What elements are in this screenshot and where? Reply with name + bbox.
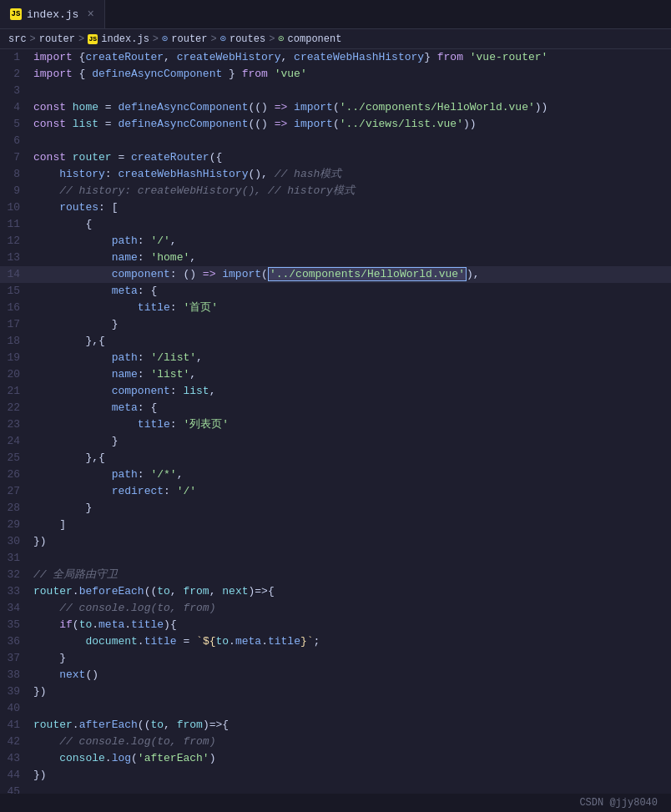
line-content-20: name: 'list', — [33, 366, 671, 383]
line-num-40: 40 — [0, 700, 33, 717]
line-num-34: 34 — [0, 600, 33, 617]
line-num-6: 6 — [0, 133, 33, 149]
breadcrumb-sep2: > — [78, 33, 84, 45]
code-line-7: 7 const router = createRouter({ — [0, 149, 671, 166]
line-num-7: 7 — [0, 149, 33, 166]
line-content-39: }) — [33, 683, 671, 700]
code-line-28: 28 } — [0, 500, 671, 517]
line-num-28: 28 — [0, 500, 33, 517]
line-content-17: } — [33, 316, 671, 333]
line-content-44: }) — [33, 767, 671, 784]
code-line-11: 11 { — [0, 216, 671, 233]
line-content-27: redirect: '/' — [33, 483, 671, 500]
line-content-32: // 全局路由守卫 — [33, 567, 671, 583]
line-content-23: title: '列表页' — [33, 416, 671, 433]
breadcrumb-component: component — [288, 33, 342, 45]
line-content-21: component: list, — [33, 383, 671, 400]
line-num-13: 13 — [0, 250, 33, 266]
breadcrumb-sep4: > — [211, 33, 217, 45]
breadcrumb-router1: router — [39, 33, 75, 45]
code-line-38: 38 next() — [0, 667, 671, 683]
line-content-35: if(to.meta.title){ — [33, 617, 671, 633]
code-line-6: 6 — [0, 133, 671, 149]
code-line-23: 23 title: '列表页' — [0, 416, 671, 433]
code-line-12: 12 path: '/', — [0, 233, 671, 250]
line-content-5: const list = defineAsyncComponent(() => … — [33, 116, 671, 133]
breadcrumb-sep3: > — [153, 33, 159, 45]
line-content-3 — [33, 83, 671, 99]
breadcrumb: src > router > JS index.js > ⊙ router > … — [0, 29, 671, 49]
line-content-7: const router = createRouter({ — [33, 149, 671, 166]
line-num-23: 23 — [0, 416, 33, 433]
code-line-30: 30 }) — [0, 533, 671, 550]
line-content-8: history: createWebHashHistory(), // hash… — [33, 166, 671, 183]
code-line-3: 3 — [0, 83, 671, 99]
line-num-41: 41 — [0, 717, 33, 734]
code-line-35: 35 if(to.meta.title){ — [0, 617, 671, 633]
line-num-21: 21 — [0, 383, 33, 400]
js-icon: JS — [10, 8, 22, 20]
line-content-12: path: '/', — [33, 233, 671, 250]
code-line-9: 9 // history: createWebHistory(), // his… — [0, 183, 671, 199]
line-content-43: console.log('afterEach') — [33, 750, 671, 767]
watermark: CSDN @jjy8040 — [579, 797, 658, 809]
line-content-4: const home = defineAsyncComponent(() => … — [33, 99, 671, 116]
line-num-3: 3 — [0, 83, 33, 99]
code-line-25: 25 },{ — [0, 450, 671, 467]
line-num-25: 25 — [0, 450, 33, 467]
line-num-16: 16 — [0, 300, 33, 316]
line-num-10: 10 — [0, 199, 33, 216]
line-num-42: 42 — [0, 734, 33, 750]
tab-index-js[interactable]: JS index.js × — [0, 0, 105, 28]
code-line-33: 33 router.beforeEach((to, from, next)=>{ — [0, 583, 671, 600]
line-num-26: 26 — [0, 467, 33, 483]
line-content-22: meta: { — [33, 400, 671, 416]
breadcrumb-file: index.js — [101, 33, 149, 45]
code-line-10: 10 routes: [ — [0, 199, 671, 216]
tab-label: index.js — [27, 8, 78, 21]
code-line-20: 20 name: 'list', — [0, 366, 671, 383]
code-line-1: 1 import {createRouter, createWebHistory… — [0, 49, 671, 66]
code-line-22: 22 meta: { — [0, 400, 671, 416]
line-content-15: meta: { — [33, 283, 671, 300]
line-num-24: 24 — [0, 433, 33, 450]
code-line-43: 43 console.log('afterEach') — [0, 750, 671, 767]
line-content-9: // history: createWebHistory(), // histo… — [33, 183, 671, 199]
line-content-38: next() — [33, 667, 671, 683]
line-content-10: routes: [ — [33, 199, 671, 216]
line-num-36: 36 — [0, 633, 33, 650]
line-content-28: } — [33, 500, 671, 517]
line-num-38: 38 — [0, 667, 33, 683]
line-content-34: // console.log(to, from) — [33, 600, 671, 617]
code-line-44: 44 }) — [0, 767, 671, 784]
breadcrumb-routes: routes — [230, 33, 265, 45]
line-content-6 — [33, 133, 671, 149]
line-content-30: }) — [33, 533, 671, 550]
line-num-44: 44 — [0, 767, 33, 784]
code-line-24: 24 } — [0, 433, 671, 450]
line-num-15: 15 — [0, 283, 33, 300]
line-num-22: 22 — [0, 400, 33, 416]
code-line-36: 36 document.title = `${to.meta.title}`; — [0, 633, 671, 650]
code-line-40: 40 — [0, 700, 671, 717]
breadcrumb-src: src — [8, 33, 27, 45]
line-content-1: import {createRouter, createWebHistory, … — [33, 49, 671, 66]
line-content-33: router.beforeEach((to, from, next)=>{ — [33, 583, 671, 600]
line-content-29: ] — [33, 517, 671, 533]
line-content-37: } — [33, 650, 671, 667]
line-num-32: 32 — [0, 567, 33, 583]
line-num-4: 4 — [0, 99, 33, 116]
line-content-2: import { defineAsyncComponent } from 'vu… — [33, 66, 671, 83]
line-num-18: 18 — [0, 333, 33, 350]
code-line-31: 31 — [0, 550, 671, 567]
line-content-40 — [33, 700, 671, 717]
code-line-19: 19 path: '/list', — [0, 350, 671, 366]
line-content-25: },{ — [33, 450, 671, 467]
line-content-24: } — [33, 433, 671, 450]
code-editor: 1 import {createRouter, createWebHistory… — [0, 49, 671, 812]
close-tab-button[interactable]: × — [87, 8, 93, 21]
code-line-8: 8 history: createWebHashHistory(), // ha… — [0, 166, 671, 183]
line-content-11: { — [33, 216, 671, 233]
code-line-42: 42 // console.log(to, from) — [0, 734, 671, 750]
line-num-11: 11 — [0, 216, 33, 233]
